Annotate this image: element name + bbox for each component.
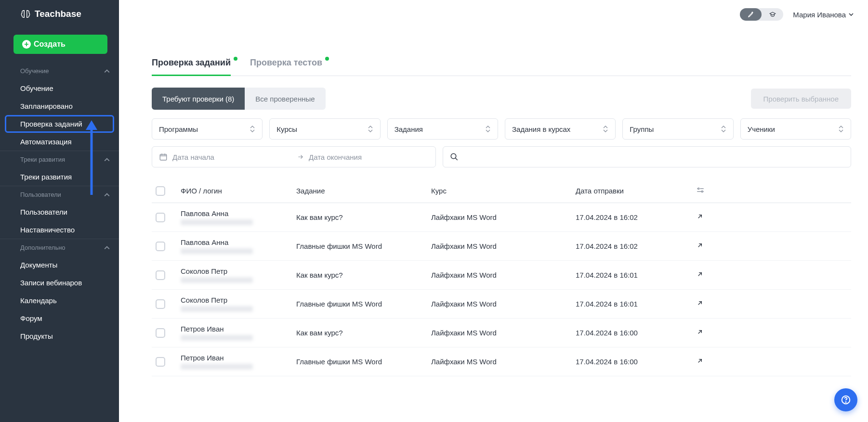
sidebar-item[interactable]: Календарь [0, 292, 119, 309]
svg-point-4 [698, 188, 699, 190]
chevron-up-icon [104, 244, 110, 251]
row-checkbox[interactable] [156, 270, 165, 280]
nav-section-label: Треки развития [20, 156, 65, 163]
row-checkbox[interactable] [156, 299, 165, 309]
open-link-icon[interactable] [696, 328, 704, 336]
table-header: ФИО / логин Задание Курс Дата отправки [152, 179, 851, 203]
sort-arrows-icon [485, 126, 491, 132]
sidebar: Teachbase + Создать ОбучениеОбучениеЗапл… [0, 0, 119, 422]
pencil-icon [748, 11, 754, 18]
nav-section-header[interactable]: Пользователи [0, 186, 119, 203]
row-sent: 17.04.2024 в 16:01 [576, 300, 696, 308]
row-name: Петров Иван [181, 325, 296, 333]
row-login-blurred [181, 335, 253, 341]
tab-all-checked[interactable]: Все проверенные [245, 88, 325, 110]
filter-label: Программы [159, 125, 198, 133]
row-task: Главные фишки MS Word [296, 358, 431, 366]
sidebar-item[interactable]: Продукты [0, 327, 119, 345]
table-row: Петров ИванКак вам курс?Лайфхаки MS Word… [152, 319, 851, 347]
sort-arrows-icon [838, 126, 844, 132]
date-range-picker[interactable]: Дата начала Дата окончания [152, 146, 436, 167]
nav-section-header[interactable]: Обучение [0, 63, 119, 79]
arrow-right-icon [297, 153, 304, 160]
nav-section-label: Дополнительно [20, 244, 66, 251]
topbar: Мария Иванова [119, 0, 868, 29]
svg-point-3 [451, 153, 456, 159]
brand-logo: Teachbase [0, 0, 119, 24]
row-name: Соколов Петр [181, 267, 296, 275]
filter-select[interactable]: Задания [387, 118, 498, 140]
sidebar-item[interactable]: Документы [0, 256, 119, 274]
table-row: Соколов ПетрГлавные фишки MS WordЛайфхак… [152, 290, 851, 319]
date-start-placeholder: Дата начала [172, 153, 214, 161]
submissions-table: ФИО / логин Задание Курс Дата отправки П… [152, 179, 851, 376]
date-end[interactable]: Дата окончания [297, 153, 429, 161]
filter-label: Группы [630, 125, 654, 133]
role-toggle-learn[interactable] [762, 8, 783, 21]
nav-section-header[interactable]: Треки развития [0, 151, 119, 168]
brand-name: Teachbase [35, 9, 81, 19]
nav-section-label: Пользователи [20, 191, 61, 198]
user-menu[interactable]: Мария Иванова [793, 11, 854, 19]
search-input[interactable] [443, 146, 851, 167]
sidebar-item[interactable]: Пользователи [0, 203, 119, 221]
row-login-blurred [181, 277, 253, 283]
sidebar-item[interactable]: Запланировано [0, 97, 119, 115]
columns-settings-icon[interactable] [696, 186, 705, 194]
tab[interactable]: Проверка заданий [152, 58, 231, 76]
role-toggle-edit[interactable] [740, 8, 762, 21]
filter-select[interactable]: Ученики [740, 118, 851, 140]
filter-select[interactable]: Группы [622, 118, 733, 140]
row-checkbox[interactable] [156, 328, 165, 338]
sidebar-item[interactable]: Треки развития [0, 168, 119, 186]
date-end-placeholder: Дата окончания [309, 153, 362, 161]
help-fab[interactable] [834, 388, 857, 411]
row-sent: 17.04.2024 в 16:00 [576, 329, 696, 337]
sidebar-item[interactable]: Автоматизация [0, 133, 119, 151]
svg-point-7 [845, 402, 846, 402]
filter-label: Задания [395, 125, 423, 133]
row-sent: 17.04.2024 в 16:01 [576, 271, 696, 279]
filter-label: Ученики [748, 125, 775, 133]
row-course: Лайфхаки MS Word [431, 358, 576, 366]
open-link-icon[interactable] [696, 213, 704, 220]
check-selected-button[interactable]: Проверить выбранное [751, 89, 851, 109]
select-all-checkbox[interactable] [156, 186, 165, 196]
row-checkbox[interactable] [156, 213, 165, 222]
row-course: Лайфхаки MS Word [431, 242, 576, 250]
sidebar-item[interactable]: Записи вебинаров [0, 274, 119, 292]
notification-dot [325, 57, 329, 61]
role-toggle[interactable] [740, 8, 783, 21]
open-link-icon[interactable] [696, 270, 704, 278]
row-login-blurred [181, 248, 253, 254]
open-link-icon[interactable] [696, 242, 704, 249]
nav-section-header[interactable]: Дополнительно [0, 239, 119, 256]
sidebar-item[interactable]: Форум [0, 309, 119, 327]
create-label: Создать [34, 40, 66, 49]
create-button[interactable]: + Создать [13, 35, 107, 54]
row-sent: 17.04.2024 в 16:02 [576, 242, 696, 250]
row-checkbox[interactable] [156, 242, 165, 251]
open-link-icon[interactable] [696, 299, 704, 307]
tabs: Проверка заданийПроверка тестов [152, 58, 851, 76]
sidebar-item[interactable]: Наставничество [0, 221, 119, 239]
sidebar-item[interactable]: Обучение [0, 79, 119, 97]
date-start[interactable]: Дата начала [159, 153, 290, 161]
open-link-icon[interactable] [696, 357, 704, 365]
sidebar-item[interactable]: Проверка заданий [5, 115, 114, 133]
row-course: Лайфхаки MS Word [431, 271, 576, 279]
row-login-blurred [181, 219, 253, 225]
filter-select[interactable]: Задания в курсах [505, 118, 616, 140]
filter-select[interactable]: Программы [152, 118, 263, 140]
tab[interactable]: Проверка тестов [250, 58, 322, 76]
help-icon [841, 395, 851, 405]
svg-point-5 [701, 191, 703, 192]
row-name: Павлова Анна [181, 209, 296, 217]
row-checkbox[interactable] [156, 357, 165, 367]
tab-need-check[interactable]: Требуют проверки (8) [152, 88, 245, 110]
table-row: Павлова АннаГлавные фишки MS WordЛайфхак… [152, 232, 851, 261]
user-name: Мария Иванова [793, 11, 846, 19]
table-row: Петров ИванГлавные фишки MS WordЛайфхаки… [152, 347, 851, 376]
filter-select[interactable]: Курсы [269, 118, 380, 140]
row-course: Лайфхаки MS Word [431, 329, 576, 337]
